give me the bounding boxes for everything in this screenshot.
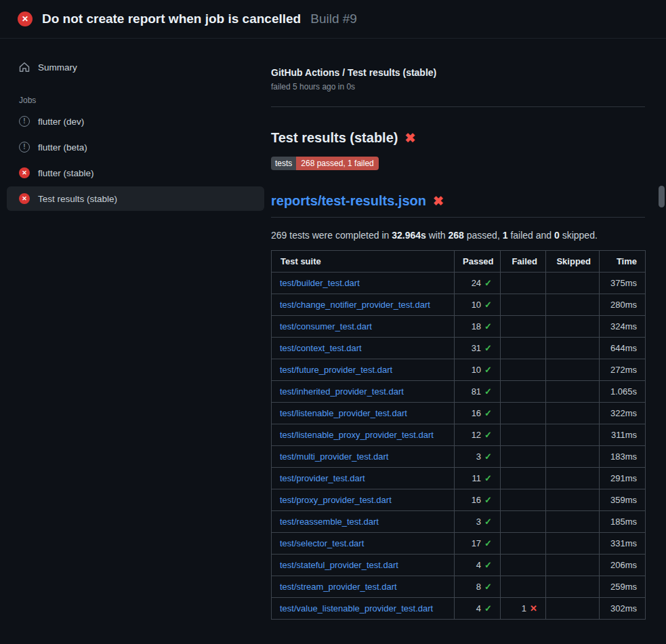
- test-suite-link[interactable]: test/reassemble_test.dart: [280, 517, 379, 527]
- sidebar: Summary Jobs ! flutter (dev) ! flutter (…: [0, 39, 271, 212]
- passed-count-cell: 3✓: [455, 446, 501, 468]
- test-suite-link[interactable]: test/listenable_proxy_provider_test.dart: [280, 430, 434, 440]
- badge-value: 268 passed, 1 failed: [296, 157, 378, 170]
- passed-count-cell: 24✓: [455, 273, 501, 294]
- suite-cell: test/context_test.dart: [272, 338, 455, 359]
- suite-cell: test/listenable_provider_test.dart: [272, 403, 455, 424]
- skipped-count-cell: [546, 294, 600, 316]
- passed-count: 12: [472, 430, 481, 440]
- scrollbar-thumb[interactable]: [659, 186, 665, 207]
- table-row: test/proxy_provider_test.dart16✓359ms: [272, 489, 646, 511]
- test-suite-link[interactable]: test/stream_provider_test.dart: [280, 582, 397, 592]
- test-suite-link[interactable]: test/builder_test.dart: [280, 278, 360, 288]
- failed-count-cell: [501, 511, 546, 533]
- test-suite-link[interactable]: test/consumer_test.dart: [280, 321, 372, 331]
- time-cell: 644ms: [600, 338, 646, 359]
- check-icon: ✓: [484, 495, 492, 505]
- time-cell: 302ms: [600, 598, 646, 620]
- failed-x-icon: ✖: [433, 195, 444, 207]
- test-suite-link[interactable]: test/change_notifier_provider_test.dart: [280, 300, 430, 310]
- summary-text: skipped.: [560, 230, 598, 241]
- skipped-count-cell: [546, 403, 600, 424]
- passed-count: 4: [476, 603, 481, 613]
- table-row: test/selector_test.dart17✓331ms: [272, 533, 646, 555]
- table-row: test/change_notifier_provider_test.dart1…: [272, 294, 646, 316]
- sidebar-item-test-results-stable[interactable]: ✕ Test results (stable): [7, 186, 264, 211]
- passed-count-cell: 81✓: [455, 381, 501, 403]
- time-cell: 185ms: [600, 511, 646, 533]
- failed-count-cell: [501, 468, 546, 489]
- failed-count: 1: [522, 603, 526, 613]
- failed-count-cell: 1✕: [501, 598, 546, 620]
- passed-count-cell: 12✓: [455, 424, 501, 446]
- suite-cell: test/consumer_test.dart: [272, 316, 455, 338]
- test-suite-link[interactable]: test/selector_test.dart: [280, 538, 364, 548]
- passed-count: 24: [472, 278, 481, 288]
- passed-count-cell: 4✓: [455, 598, 501, 620]
- test-suite-link[interactable]: test/stateful_provider_test.dart: [280, 560, 398, 570]
- sidebar-item-label: Test results (stable): [38, 194, 117, 204]
- failed-count-cell: [501, 576, 546, 598]
- passed-count-cell: 18✓: [455, 316, 501, 338]
- failed-status-icon: ✕: [19, 167, 30, 178]
- skipped-count-cell: [546, 381, 600, 403]
- results-table: Test suite Passed Failed Skipped Time te…: [271, 250, 646, 620]
- neutral-status-icon: !: [19, 142, 30, 153]
- main-content: GitHub Actions / Test results (stable) f…: [271, 39, 666, 620]
- check-icon: ✓: [484, 538, 492, 548]
- failed-count-cell: [501, 273, 546, 294]
- passed-count-cell: 17✓: [455, 533, 501, 555]
- test-suite-link[interactable]: test/listenable_provider_test.dart: [280, 408, 407, 418]
- failed-count-cell: [501, 424, 546, 446]
- test-suite-link[interactable]: test/proxy_provider_test.dart: [280, 495, 392, 505]
- time-cell: 1.065s: [600, 381, 646, 403]
- suite-cell: test/proxy_provider_test.dart: [272, 489, 455, 511]
- time-cell: 322ms: [600, 403, 646, 424]
- build-number: Build #9: [310, 12, 357, 26]
- suite-cell: test/reassemble_test.dart: [272, 511, 455, 533]
- test-suite-link[interactable]: test/value_listenable_provider_test.dart: [280, 603, 433, 613]
- passed-count-cell: 16✓: [455, 403, 501, 424]
- report-heading: reports/test-results.json ✖: [271, 193, 645, 218]
- table-row: test/consumer_test.dart18✓324ms: [272, 316, 646, 338]
- summary-passed-count: 268: [449, 230, 464, 241]
- summary-failed-count: 1: [503, 230, 508, 241]
- jobs-section-label: Jobs: [19, 96, 271, 105]
- table-row: test/reassemble_test.dart3✓185ms: [272, 511, 646, 533]
- time-cell: 259ms: [600, 576, 646, 598]
- test-suite-link[interactable]: test/future_provider_test.dart: [280, 365, 392, 375]
- skipped-count-cell: [546, 511, 600, 533]
- results-summary: 269 tests were completed in 32.964s with…: [271, 230, 645, 241]
- passed-count-cell: 16✓: [455, 489, 501, 511]
- test-suite-link[interactable]: test/provider_test.dart: [280, 473, 365, 483]
- divider: [271, 106, 645, 107]
- skipped-count-cell: [546, 576, 600, 598]
- failed-count-cell: [501, 489, 546, 511]
- skipped-count-cell: [546, 555, 600, 576]
- time-cell: 375ms: [600, 273, 646, 294]
- check-icon: ✓: [484, 560, 492, 570]
- check-icon: ✓: [484, 386, 492, 397]
- skipped-count-cell: [546, 468, 600, 489]
- failed-count-cell: [501, 533, 546, 555]
- suite-cell: test/stateful_provider_test.dart: [272, 555, 455, 576]
- suite-cell: test/value_listenable_provider_test.dart: [272, 598, 455, 620]
- suite-cell: test/inherited_provider_test.dart: [272, 381, 455, 403]
- test-suite-link[interactable]: test/context_test.dart: [280, 343, 362, 353]
- passed-count: 81: [472, 386, 481, 397]
- test-suite-link[interactable]: test/inherited_provider_test.dart: [280, 386, 404, 397]
- test-suite-link[interactable]: test/multi_provider_test.dart: [280, 451, 388, 462]
- column-header-test-suite: Test suite: [272, 251, 455, 273]
- sidebar-item-flutter-beta[interactable]: ! flutter (beta): [7, 135, 264, 159]
- sidebar-item-flutter-dev[interactable]: ! flutter (dev): [7, 109, 264, 134]
- report-file-link[interactable]: reports/test-results.json: [271, 193, 426, 209]
- sidebar-item-label: flutter (dev): [38, 117, 84, 127]
- check-icon: ✓: [484, 473, 492, 483]
- sidebar-item-flutter-stable[interactable]: ✕ flutter (stable): [7, 161, 264, 185]
- passed-count: 8: [476, 582, 481, 592]
- sidebar-item-summary[interactable]: Summary: [7, 55, 264, 79]
- time-cell: 183ms: [600, 446, 646, 468]
- skipped-count-cell: [546, 316, 600, 338]
- suite-cell: test/builder_test.dart: [272, 273, 455, 294]
- summary-skipped-count: 0: [554, 230, 560, 241]
